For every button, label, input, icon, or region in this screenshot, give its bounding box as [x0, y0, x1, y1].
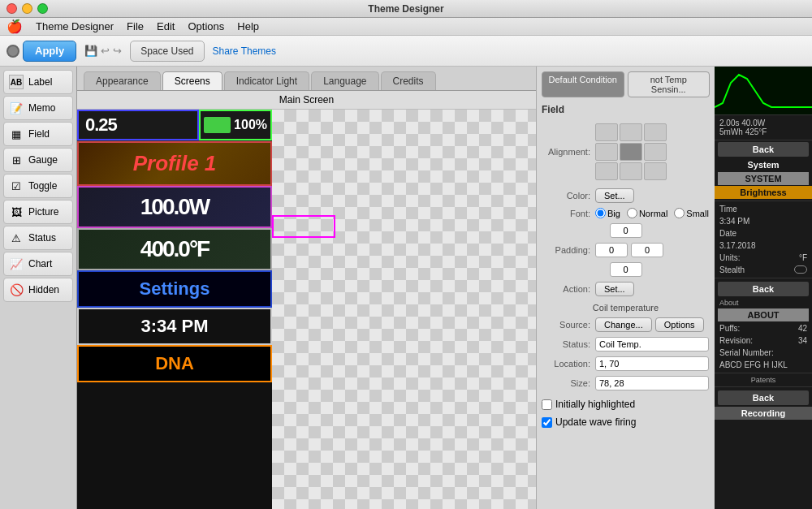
size-input[interactable]: [595, 376, 709, 390]
back-button-3[interactable]: Back: [718, 390, 809, 405]
align-tc[interactable]: [620, 123, 642, 141]
units-value: °F: [799, 253, 807, 262]
align-bl[interactable]: [595, 162, 618, 180]
align-mc[interactable]: [620, 143, 642, 161]
window-controls[interactable]: [6, 3, 48, 14]
serial-value-row: ABCD EFG H IJKL: [715, 359, 812, 371]
dp-temp: 400.0°F: [77, 228, 272, 270]
patents-label: Patents: [715, 375, 812, 385]
action-set-button[interactable]: Set...: [595, 282, 634, 296]
menu-help[interactable]: Help: [237, 20, 259, 32]
apply-button[interactable]: Apply: [23, 41, 76, 62]
menu-options[interactable]: Options: [188, 20, 224, 32]
screen-editor: 0.25 100% Profile 1 100.0W 400.0°F Setti…: [77, 110, 536, 509]
share-themes-link[interactable]: Share Themes: [213, 45, 277, 57]
font-big-radio[interactable]: [595, 208, 606, 218]
close-button[interactable]: [6, 3, 17, 14]
screen-label: Main Screen: [77, 91, 536, 110]
font-normal-option[interactable]: Normal: [627, 208, 667, 218]
font-big-option[interactable]: Big: [595, 208, 620, 218]
sidebar-item-toggle[interactable]: ☑ Toggle: [3, 174, 73, 198]
tab-screens[interactable]: Screens: [162, 71, 222, 90]
info-panel: 2.00s 40.0W 5mWh 425°F Back System SYSTE…: [715, 67, 812, 509]
align-mr[interactable]: [644, 143, 667, 161]
padding-top-input[interactable]: [610, 223, 642, 238]
time-label: Time: [719, 205, 737, 214]
padding-top-row: [542, 223, 710, 238]
default-condition-btn[interactable]: Default Condition: [542, 71, 624, 97]
font-row: Font: Big Normal Small: [542, 208, 710, 218]
hidden-icon: 🚫: [9, 283, 24, 297]
update-wave-checkbox[interactable]: [542, 417, 552, 428]
sidebar-item-chart[interactable]: 📈 Chart: [3, 252, 73, 276]
menu-edit[interactable]: Edit: [157, 20, 175, 32]
not-temp-sensing-btn[interactable]: not Temp Sensin...: [628, 71, 710, 97]
sidebar-item-hidden[interactable]: 🚫 Hidden: [3, 278, 73, 302]
align-ml[interactable]: [595, 143, 618, 161]
color-set-button[interactable]: Set...: [595, 188, 634, 203]
menu-themedesigner[interactable]: Theme Designer: [36, 20, 114, 32]
time-value: 3:34 PM: [719, 217, 749, 226]
status-label: Status:: [542, 339, 590, 349]
revision-row: Revision: 34: [715, 334, 812, 347]
font-small-option[interactable]: Small: [674, 208, 709, 218]
highlighted-checkbox[interactable]: [542, 399, 552, 410]
time-row: Time: [715, 203, 812, 215]
brightness-label[interactable]: Brightness: [715, 186, 812, 199]
tab-indicator[interactable]: Indicator Light: [224, 71, 309, 90]
tab-appearance[interactable]: Appearance: [84, 71, 161, 90]
checkerboard-area[interactable]: [272, 110, 536, 509]
font-normal-radio[interactable]: [627, 208, 637, 218]
sidebar-item-status[interactable]: ⚠ Status: [3, 226, 73, 250]
center-area: Appearance Screens Indicator Light Langu…: [77, 67, 536, 509]
sidebar-item-memo[interactable]: 📝 Memo: [3, 96, 73, 120]
location-input[interactable]: [595, 356, 709, 371]
system-box[interactable]: SYSTEM: [718, 172, 809, 185]
tab-language[interactable]: Language: [311, 71, 378, 90]
sidebar-gauge-text: Gauge: [28, 154, 58, 166]
highlighted-row: Initially highlighted: [542, 399, 710, 410]
stealth-toggle[interactable]: [794, 265, 807, 274]
padding-lr: [595, 243, 663, 257]
units-label: Units:: [719, 253, 741, 262]
update-wave-row: Update wave firing: [542, 416, 710, 428]
source-row: Source: Change... Options: [542, 317, 710, 332]
field-icon: ▦: [9, 127, 24, 141]
size-row: Size:: [542, 376, 710, 390]
padding-bottom-input[interactable]: [610, 262, 642, 277]
maximize-button[interactable]: [37, 3, 48, 14]
picture-icon: 🖼: [9, 205, 24, 219]
sidebar-toggle-text: Toggle: [28, 180, 57, 192]
font-label: Font:: [542, 209, 590, 218]
status-input[interactable]: [595, 337, 709, 352]
align-bc[interactable]: [620, 162, 642, 180]
back-button-2[interactable]: Back: [718, 282, 809, 296]
apple-menu[interactable]: 🍎: [6, 19, 23, 34]
about-box[interactable]: ABOUT: [718, 308, 809, 321]
revision-value: 34: [798, 336, 807, 345]
dp-dna: DNA: [77, 345, 272, 382]
padding-right-input[interactable]: [631, 243, 663, 257]
change-button[interactable]: Change...: [595, 317, 652, 332]
align-br[interactable]: [644, 162, 667, 180]
color-row: Color: Set...: [542, 188, 710, 203]
sidebar-item-field[interactable]: ▦ Field: [3, 122, 73, 146]
padding-left-input[interactable]: [595, 243, 628, 257]
options-button[interactable]: Options: [655, 317, 704, 332]
sidebar-item-gauge[interactable]: ⊞ Gauge: [3, 148, 73, 172]
memo-icon: 📝: [9, 101, 24, 115]
align-tl[interactable]: [595, 123, 618, 141]
minimize-button[interactable]: [22, 3, 32, 14]
font-small-radio[interactable]: [674, 208, 685, 218]
sidebar-item-label[interactable]: AB Label: [3, 70, 73, 94]
recording-label[interactable]: Recording: [715, 407, 812, 420]
size-label: Size:: [542, 378, 590, 388]
align-tr[interactable]: [644, 123, 667, 141]
font-big-label: Big: [607, 209, 620, 218]
dp-battery-area: 100%: [199, 110, 272, 140]
tab-credits[interactable]: Credits: [381, 71, 436, 90]
back-button-1[interactable]: Back: [718, 142, 809, 157]
menu-file[interactable]: File: [127, 20, 144, 32]
space-used-button[interactable]: Space Used: [130, 41, 204, 62]
sidebar-item-picture[interactable]: 🖼 Picture: [3, 200, 73, 224]
